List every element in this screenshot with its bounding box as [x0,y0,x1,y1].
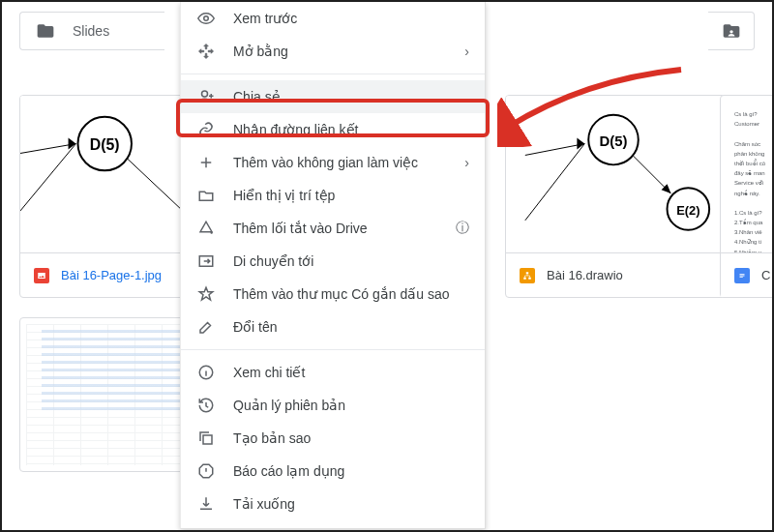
rename-icon [196,317,216,337]
menu-item-move-to[interactable]: Di chuyển tới [181,245,485,278]
history-icon [196,396,216,415]
svg-marker-8 [577,138,584,150]
folder-chip-slides[interactable]: Slides [19,12,164,50]
svg-rect-16 [523,277,526,279]
node-d-text: D(5) [90,136,120,153]
menu-label: Thêm lối tắt vào Drive [233,221,368,236]
report-icon [196,461,216,481]
file-card[interactable]: D(5) E(2) Bài 16.drawio [505,95,728,298]
menu-label: Quản lý phiên bản [233,398,345,413]
context-menu: Xem trước Mở bằng › Chia sẻ Nhận đường l… [180,2,486,529]
help-icon[interactable]: ⓘ [456,220,469,237]
drive-shortcut-icon [196,219,216,238]
svg-line-7 [525,144,584,156]
svg-line-1 [20,144,75,211]
copy-icon [196,429,216,448]
folder-icon [36,21,55,41]
thumbnail-preview: D(5) E(2) [506,96,727,252]
menu-item-add-shortcut[interactable]: Thêm lối tắt vào Drive ⓘ [181,212,485,245]
image-file-icon [34,268,49,283]
menu-label: Tạo bản sao [233,430,311,446]
menu-item-details[interactable]: Xem chi tiết [181,356,485,389]
menu-item-show-location[interactable]: Hiển thị vị trí tệp [181,179,485,212]
menu-label: Chia sẻ [233,89,281,104]
menu-label: Tải xuống [233,496,295,512]
menu-item-get-link[interactable]: Nhận đường liên kết [181,113,485,146]
menu-item-add-star[interactable]: Thêm vào thư mục Có gắn dấu sao [181,278,485,310]
file-name: Bài 16.drawio [547,268,623,282]
menu-label: Xem chi tiết [233,365,305,380]
menu-item-rename[interactable]: Đổi tên [181,310,485,343]
menu-item-share[interactable]: Chia sẻ [181,80,485,113]
menu-label: Xem trước [233,11,297,26]
svg-point-0 [729,30,732,33]
menu-item-open-with[interactable]: Mở bằng › [181,35,485,68]
eye-icon [196,9,216,28]
menu-label: Di chuyển tới [233,253,313,269]
menu-label: Hiển thị vị trí tệp [233,188,335,203]
svg-rect-17 [528,277,531,279]
drawio-file-icon [520,268,535,283]
person-add-icon [196,87,216,106]
docs-file-icon [734,268,750,283]
open-with-icon [196,42,216,61]
svg-rect-15 [526,272,529,274]
menu-separator [181,74,485,74]
download-icon [196,494,216,514]
menu-item-add-workspace[interactable]: Thêm vào không gian làm việc › [181,146,485,179]
person-shared-icon [722,21,741,41]
file-card[interactable]: Cs là gì? Customer Chăm sóc phân không t… [720,95,774,298]
shared-folder-chip[interactable] [708,12,755,50]
menu-item-download[interactable]: Tải xuống [181,488,485,520]
svg-text:E(2): E(2) [676,203,700,218]
svg-text:D(5): D(5) [600,133,628,149]
svg-line-2 [20,144,75,154]
menu-label: Thêm vào không gian làm việc [233,155,418,170]
chevron-right-icon: › [464,155,469,170]
info-icon [196,363,216,382]
menu-label: Thêm vào thư mục Có gắn dấu sao [233,286,450,302]
menu-label: Báo cáo lạm dụng [233,463,344,479]
menu-item-preview[interactable]: Xem trước [181,2,485,35]
star-icon [196,284,216,304]
svg-point-19 [202,91,208,97]
folder-label: Slides [73,23,109,39]
link-icon [196,120,216,139]
menu-label: Mở bằng [233,44,288,59]
menu-separator [181,349,485,350]
svg-point-18 [204,16,209,21]
file-caption: C [721,252,774,297]
file-caption: Bài 16.drawio [506,252,727,297]
menu-label: Nhận đường liên kết [233,122,358,137]
menu-item-report[interactable]: Báo cáo lạm dụng [181,455,485,488]
folder-outline-icon [196,186,216,205]
file-name: C [761,268,770,282]
move-to-icon [196,251,216,271]
file-name: Bài 16-Page-1.jpg [61,268,162,282]
menu-item-versions[interactable]: Quản lý phiên bản [181,389,485,422]
chevron-right-icon: › [464,44,469,59]
svg-rect-22 [203,435,212,444]
menu-item-copy[interactable]: Tạo bản sao [181,422,485,455]
menu-label: Đổi tên [233,319,278,335]
svg-line-6 [525,144,584,221]
plus-icon [196,153,216,172]
